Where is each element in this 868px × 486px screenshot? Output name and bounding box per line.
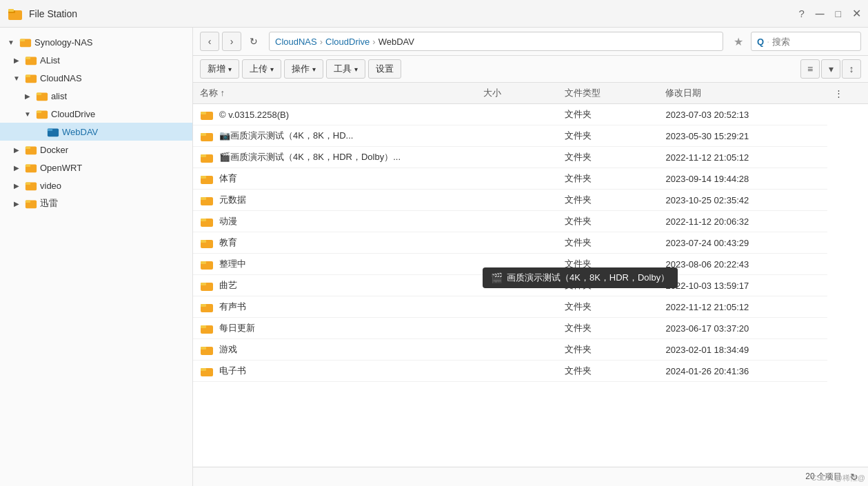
upload-button[interactable]: 上传 ▾ [242,59,281,79]
title-bar-left: File Station [7,6,77,22]
file-name-text-1: 📷画质演示测试（4K，8K，HD... [219,130,353,142]
table-row[interactable]: 教育文件夹2023-07-24 00:43:29 [193,232,868,254]
table-row[interactable]: © v.0315.2258(B)文件夹2023-07-03 20:52:13 [193,104,868,125]
sidebar-label-video: video [40,181,61,191]
svg-rect-10 [37,93,41,96]
breadcrumb-cloudnas[interactable]: CloudNAS [275,37,317,47]
dropdown-view-button[interactable]: ▾ [821,59,840,79]
file-size-8 [476,275,557,296]
operation-button[interactable]: 操作 ▾ [284,59,323,79]
svg-rect-48 [201,368,206,371]
toggle-docker[interactable] [11,144,22,155]
sidebar-item-alist-top[interactable]: AList [0,51,192,69]
file-name-cell-4: 元数据 [193,190,476,211]
folder-icon-row-2 [200,150,214,164]
sidebar-item-xunlei[interactable]: 迅雷 [0,194,192,212]
sidebar-item-docker[interactable]: Docker [0,141,192,159]
svg-rect-18 [26,165,30,168]
file-date-7: 2023-08-06 20:22:43 [658,254,827,275]
operation-arrow: ▾ [312,65,316,73]
sidebar-item-video[interactable]: video [0,176,192,194]
folder-icon-row-9 [200,300,214,314]
refresh-button[interactable]: ↻ [244,32,263,51]
window-controls: ? ─ □ ✕ [798,7,861,20]
table-row[interactable]: 电子书文件夹2024-01-26 20:41:36 [193,361,868,382]
new-button[interactable]: 新增 ▾ [200,59,239,79]
table-row[interactable]: 曲艺文件夹2022-10-03 13:59:17 [193,275,868,296]
table-row[interactable]: 游戏文件夹2023-02-01 18:34:49 [193,339,868,361]
forward-button[interactable]: › [222,32,241,51]
toggle-video[interactable] [11,180,22,191]
folder-icon-video [25,179,37,192]
file-name-cell-2: 🎬画质演示测试（4K，8K，HDR，Dolby）... [193,147,476,168]
folder-icon-row-11 [200,343,214,356]
col-size[interactable]: 大小 [476,83,557,104]
favorite-button[interactable]: ★ [729,32,748,51]
toggle-synology-nas[interactable] [6,37,17,48]
help-button[interactable]: ? [798,8,804,19]
toggle-alist-top[interactable] [11,54,22,65]
col-date[interactable]: 修改日期 [658,83,827,104]
file-table: 名称 ↑ 大小 文件类型 修改日期 ⋮ © v.0315.2258(B)文件夹2… [193,83,868,382]
file-date-0: 2023-07-03 20:52:13 [658,104,827,125]
sidebar-label-clouddrive: CloudDrive [51,109,95,119]
col-type[interactable]: 文件类型 [558,83,659,104]
sidebar-item-webdav[interactable]: WebDAV [0,123,192,141]
tools-button[interactable]: 工具 ▾ [326,59,365,79]
sidebar-item-cloudnas[interactable]: CloudNAS [0,69,192,87]
table-row[interactable]: 整理中文件夹2023-08-06 20:22:43 [193,254,868,275]
new-label: 新增 [208,63,225,75]
file-size-0 [476,104,557,125]
table-row[interactable]: 有声书文件夹2022-11-12 21:05:12 [193,296,868,318]
breadcrumb-clouddrive[interactable]: CloudDrive [325,37,370,47]
svg-rect-26 [201,133,206,136]
svg-rect-30 [201,176,206,179]
col-name[interactable]: 名称 ↑ [193,83,476,104]
sidebar-item-synology-nas[interactable]: Synology-NAS [0,33,192,51]
content-area: ‹ › ↻ CloudNAS › CloudDrive › WebDAV ★ Q… [193,28,868,486]
svg-rect-4 [20,39,25,42]
search-icon: Q [757,37,764,47]
toggle-clouddrive[interactable] [22,108,33,119]
toggle-alist[interactable] [22,90,33,101]
sidebar-item-alist[interactable]: alist [0,87,192,105]
tools-label: 工具 [334,63,352,75]
table-row[interactable]: 🎬画质演示测试（4K，8K，HDR，Dolby）...文件夹2022-11-12… [193,147,868,168]
close-button[interactable]: ✕ [852,7,861,20]
list-view-button[interactable]: ≡ [800,59,820,79]
folder-icon-webdav [47,125,59,138]
table-row[interactable]: 📷画质演示测试（4K，8K，HD...文件夹2023-05-30 15:29:2… [193,125,868,147]
table-header-row: 名称 ↑ 大小 文件类型 修改日期 ⋮ [193,83,868,104]
sort-view-button[interactable]: ↕ [842,59,861,79]
col-more[interactable]: ⋮ [827,83,868,104]
file-type-12: 文件夹 [558,361,659,382]
file-name-wrapper-11: 游戏 [200,343,470,356]
table-row[interactable]: 体育文件夹2023-09-14 19:44:28 [193,168,868,190]
file-date-4: 2023-10-25 02:35:42 [658,190,827,211]
file-type-10: 文件夹 [558,318,659,339]
upload-label: 上传 [250,63,268,75]
table-row[interactable]: 动漫文件夹2022-11-12 20:06:32 [193,211,868,232]
toggle-xunlei[interactable] [11,198,22,209]
folder-icon-row-10 [200,321,214,335]
file-name-wrapper-9: 有声书 [200,300,470,314]
search-separator: · [767,36,769,47]
file-size-12 [476,361,557,382]
file-type-5: 文件夹 [558,211,659,232]
file-type-11: 文件夹 [558,339,659,361]
toggle-cloudnas[interactable] [11,72,22,83]
file-name-text-2: 🎬画质演示测试（4K，8K，HDR，Dolby）... [219,151,401,163]
settings-button[interactable]: 设置 [368,59,401,79]
upload-arrow: ▾ [270,65,274,73]
svg-rect-32 [201,197,206,200]
toggle-openwrt[interactable] [11,162,22,173]
sidebar-item-openwrt[interactable]: OpenWRT [0,159,192,176]
table-row[interactable]: 每日更新文件夹2023-06-17 03:37:20 [193,318,868,339]
minimize-button[interactable]: ─ [816,8,825,20]
sidebar-item-clouddrive[interactable]: CloudDrive [0,105,192,123]
table-row[interactable]: 元数据文件夹2023-10-25 02:35:42 [193,190,868,211]
maximize-button[interactable]: □ [836,8,841,19]
back-button[interactable]: ‹ [200,32,219,51]
folder-icon-row-3 [200,172,214,185]
search-input[interactable] [772,37,855,47]
